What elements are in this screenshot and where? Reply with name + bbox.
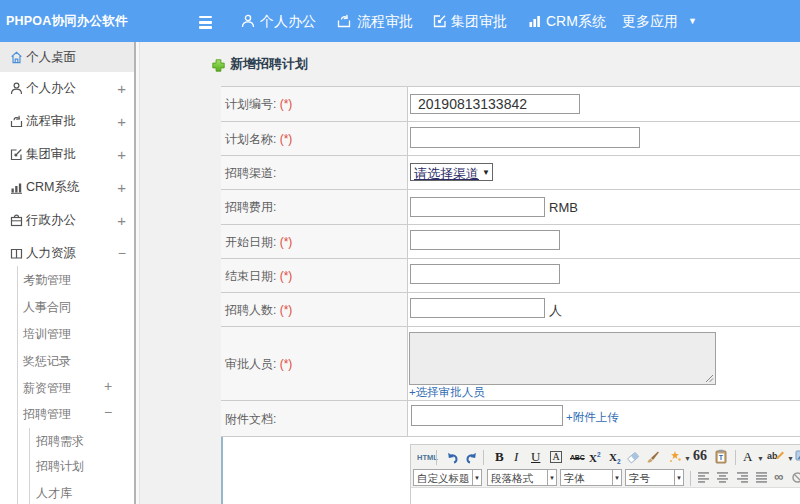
svg-text:T: T	[719, 454, 724, 461]
